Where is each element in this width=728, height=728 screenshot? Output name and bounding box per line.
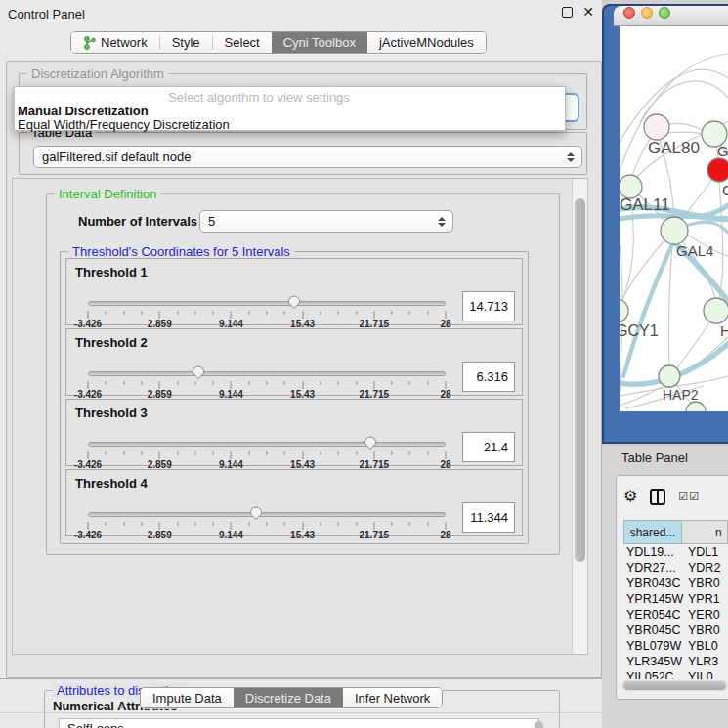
threshold-value-field[interactable]: 11.344 bbox=[462, 502, 515, 533]
tab-style-label: Style bbox=[172, 35, 200, 50]
table-row[interactable]: YBL079WYBL0 bbox=[623, 638, 728, 654]
table-header-row: shared... n bbox=[623, 520, 728, 544]
close-traffic-light-icon[interactable] bbox=[623, 7, 635, 19]
cell-name[interactable]: YDL1 bbox=[684, 544, 728, 560]
node-label-GAL4: GAL4 bbox=[676, 242, 713, 259]
cell-name[interactable]: YIL0 bbox=[684, 669, 728, 679]
attributes-scrollbar[interactable] bbox=[535, 721, 543, 728]
cell-shared-name[interactable]: YBL079W bbox=[623, 638, 684, 654]
threshold-slider[interactable]: -3.4262.8599.14415.4321.71528 bbox=[88, 470, 446, 535]
network-icon bbox=[83, 36, 96, 50]
table-panel-title: Table Panel bbox=[621, 450, 688, 465]
split-columns-icon[interactable] bbox=[650, 489, 665, 505]
threshold-value-field[interactable]: 21.4 bbox=[462, 432, 515, 462]
close-icon[interactable]: ✕ bbox=[581, 5, 595, 19]
node-attribute-table[interactable]: shared... n YDL19...YDL1YDR27...YDR2YBR0… bbox=[623, 520, 728, 679]
table-row[interactable]: YBR045CYBR0 bbox=[623, 622, 728, 638]
cell-name[interactable]: YPR1 bbox=[684, 591, 728, 607]
table-row[interactable]: YPR145WYPR1 bbox=[623, 591, 728, 607]
network-node-GAL80[interactable] bbox=[644, 114, 669, 140]
network-node-HAP2[interactable] bbox=[659, 365, 680, 387]
bottom-tab-bar: Impute Data Discretize Data Infer Networ… bbox=[140, 687, 443, 708]
number-of-intervals-combobox[interactable]: 5 bbox=[199, 210, 453, 233]
zoom-traffic-light-icon[interactable] bbox=[659, 7, 670, 19]
threshold-panel-3: Threshold 3-3.4262.8599.14415.4321.71528… bbox=[65, 399, 523, 466]
cell-shared-name[interactable]: YLR345W bbox=[623, 654, 684, 669]
cell-name[interactable]: YDR2 bbox=[684, 560, 728, 576]
tab-style[interactable]: Style bbox=[160, 32, 212, 53]
network-node-GAL4[interactable] bbox=[661, 217, 688, 244]
column-header-name[interactable]: n bbox=[682, 520, 728, 544]
table-row[interactable]: YDR27...YDR2 bbox=[623, 560, 728, 576]
cell-shared-name[interactable]: YIL052C bbox=[623, 669, 684, 679]
scrollbar-thumb[interactable] bbox=[575, 198, 585, 562]
minimize-traffic-light-icon[interactable] bbox=[641, 7, 653, 19]
tab-cyni-toolbox[interactable]: Cyni Toolbox bbox=[272, 32, 367, 53]
slider-track[interactable] bbox=[88, 371, 446, 376]
numerical-attributes-list[interactable]: SelfLoopsTopologicalCoefficientBetweenne… bbox=[59, 718, 539, 728]
tab-discretize-data[interactable]: Discretize Data bbox=[234, 688, 343, 707]
column-header-shared[interactable]: shared... bbox=[623, 520, 682, 544]
discretization-algorithm-label: Discretization Algorithm bbox=[27, 66, 168, 81]
settings-scrollpane: Interval Definition Number of Intervals … bbox=[12, 178, 588, 655]
threshold-slider[interactable]: -3.4262.8599.14415.4321.71528 bbox=[88, 329, 446, 395]
float-panel-icon[interactable] bbox=[562, 7, 573, 18]
option-manual-discretization[interactable]: Manual Discretization bbox=[18, 104, 149, 118]
tab-jactivemnodules[interactable]: jActiveMNodules bbox=[367, 32, 486, 53]
combobox-stepper-icon bbox=[438, 211, 446, 232]
threshold-slider[interactable]: -3.4262.8599.14415.4321.71528 bbox=[88, 400, 446, 465]
cell-shared-name[interactable]: YDR27... bbox=[623, 560, 684, 576]
settings-scrollbar[interactable] bbox=[572, 179, 587, 654]
slider-track[interactable] bbox=[88, 301, 446, 306]
tab-select[interactable]: Select bbox=[213, 32, 272, 53]
cell-name[interactable]: YER0 bbox=[684, 607, 728, 622]
network-node-H[interactable] bbox=[704, 298, 728, 323]
threshold-slider[interactable]: -3.4262.8599.14415.4321.71528 bbox=[88, 259, 446, 324]
slider-track[interactable] bbox=[88, 512, 446, 517]
cell-shared-name[interactable]: YER054C bbox=[623, 607, 684, 622]
slider-thumb[interactable] bbox=[191, 364, 206, 380]
slider-track[interactable] bbox=[88, 442, 446, 447]
tab-select-label: Select bbox=[225, 35, 260, 50]
node-label-GAL11: GAL11 bbox=[620, 195, 670, 214]
scrollbar-thumb[interactable] bbox=[623, 681, 726, 690]
table-row[interactable]: YER054CYER0 bbox=[623, 607, 728, 622]
tab-discretize-data-label: Discretize Data bbox=[245, 691, 331, 706]
threshold-value-field[interactable]: 6.316 bbox=[462, 362, 515, 392]
table-row[interactable]: YIL052CYIL0 bbox=[623, 669, 728, 679]
table-data-selected-value: galFiltered.sif default node bbox=[42, 150, 191, 164]
cell-name[interactable]: YLR3 bbox=[684, 654, 728, 669]
table-row[interactable]: YDL19...YDL1 bbox=[623, 544, 728, 560]
slider-thumb[interactable] bbox=[286, 294, 302, 310]
interval-definition-label: Interval Definition bbox=[55, 187, 160, 201]
cell-shared-name[interactable]: YDL19... bbox=[623, 544, 684, 560]
table-row[interactable]: YBR043CYBR0 bbox=[623, 576, 728, 591]
table-horizontal-scrollbar[interactable] bbox=[621, 680, 728, 691]
table-data-combobox[interactable]: galFiltered.sif default node bbox=[33, 146, 582, 168]
option-equal-width-frequency[interactable]: Equal Width/Frequency Discretization bbox=[18, 117, 230, 132]
select-checkboxes-icon[interactable]: ☑☑ bbox=[678, 491, 700, 503]
cell-shared-name[interactable]: YBR043C bbox=[623, 576, 684, 591]
network-node-GCY1[interactable] bbox=[620, 299, 628, 322]
slider-ticks bbox=[88, 310, 446, 319]
thresholds-group: Threshold's Coordinates for 5 Intervals … bbox=[60, 251, 529, 544]
table-row[interactable]: YLR345WYLR3 bbox=[623, 654, 728, 669]
slider-thumb[interactable] bbox=[248, 505, 264, 521]
tab-network[interactable]: Network bbox=[71, 32, 159, 53]
network-node-red[interactable] bbox=[707, 158, 728, 182]
cell-name[interactable]: YBR0 bbox=[684, 622, 728, 638]
tab-infer-network[interactable]: Infer Network bbox=[343, 688, 442, 707]
node-label-HAP2: HAP2 bbox=[663, 387, 699, 403]
cell-name[interactable]: YBL0 bbox=[684, 638, 728, 654]
network-node-bottom[interactable] bbox=[686, 402, 706, 411]
cell-name[interactable]: YBR0 bbox=[684, 576, 728, 591]
tab-impute-data[interactable]: Impute Data bbox=[141, 688, 234, 707]
cell-shared-name[interactable]: YPR145W bbox=[623, 591, 684, 607]
gear-icon[interactable]: ⚙ bbox=[623, 489, 637, 504]
cell-shared-name[interactable]: YBR045C bbox=[623, 622, 684, 638]
attribute-item[interactable]: SelfLoops bbox=[67, 721, 538, 728]
threshold-value-field[interactable]: 14.713 bbox=[462, 291, 515, 321]
node-label-GA: GA bbox=[717, 143, 728, 159]
network-canvas[interactable]: GAL80GACGAL11GAL4GCY1HHAP2 bbox=[620, 26, 728, 411]
slider-thumb[interactable] bbox=[363, 435, 378, 450]
